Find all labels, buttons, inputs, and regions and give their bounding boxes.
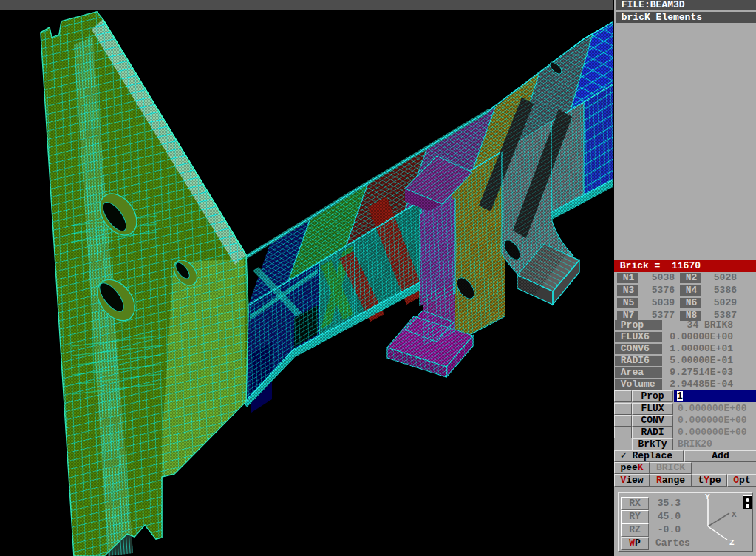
svg-text:X: X: [732, 510, 737, 519]
svg-text:Z: Z: [729, 538, 735, 547]
svg-text:Y: Y: [705, 492, 710, 501]
